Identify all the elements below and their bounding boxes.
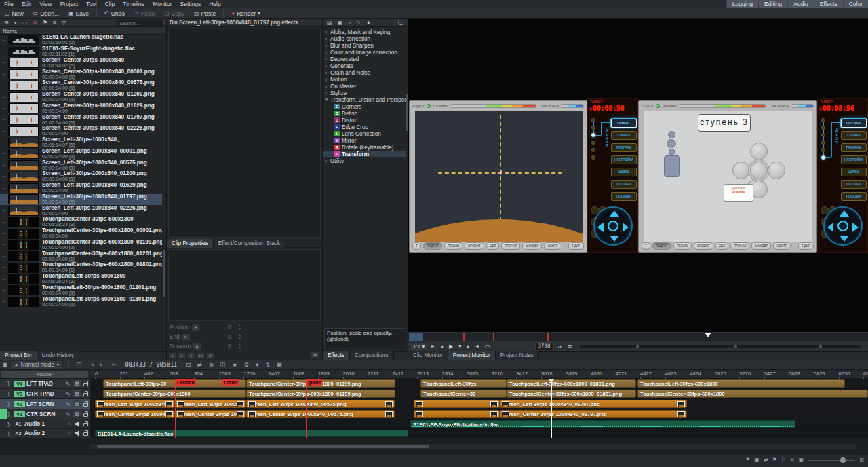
effect-category[interactable]: ›Motion [323,76,406,83]
timeline-clip[interactable]: TouchpanelCenter-30fps-600x1800_01801.pn… [507,390,636,398]
field-end-icon[interactable]: ▸ [182,334,190,340]
timeline-clip[interactable]: Screen_Center-30fps-1000x840_00575.png [246,410,395,418]
lock-icon[interactable] [83,383,88,386]
menu-help[interactable]: Help [205,1,224,7]
filter-icon[interactable]: ▽ [60,20,68,26]
chevron-right-icon[interactable]: › [326,57,330,62]
undo-button[interactable]: ↶Undo [100,8,130,19]
monitor-seek-bar[interactable] [408,332,868,341]
track-effects-icon[interactable]: ✎ [66,421,73,427]
effect-category[interactable]: ›Grain and Noise [323,69,406,76]
effect-category[interactable]: ›Blur and Sharpen [323,42,406,49]
workspace-audio[interactable]: Audio [787,0,814,8]
chevron-right-icon[interactable]: ❯ [7,431,12,436]
workspace-effects[interactable]: Effects [814,0,843,8]
menu-view[interactable]: View [35,1,56,7]
chevron-right-icon[interactable]: › [326,159,330,164]
timeline-clip[interactable]: Screen_Left-30fps-1000x840_00575.png [246,400,395,408]
field-duration-spinner[interactable]: ▴▾ [239,343,241,350]
monitor-zoom-slider[interactable] [580,345,861,348]
field-duration-icon[interactable]: ▲ [193,343,201,350]
monitor-position-field[interactable]: 3788 [535,342,554,350]
chevron-right-icon[interactable]: ❯ [7,391,12,396]
menu-clip[interactable]: Clip [101,1,119,7]
timeline-clip[interactable]: Screen_Left-30fps-1000x [175,400,246,408]
bin-item[interactable]: Screen_Left-30fps-1000x840_02226.png00:0… [0,205,162,217]
effect-item[interactable]: MMirror [323,137,406,144]
track-badge[interactable]: V3 [14,391,25,397]
active-track-indicator[interactable] [0,409,7,419]
effect-item[interactable]: RRotate (keyframable) [323,144,406,151]
workspace-editing[interactable]: Editing [758,0,787,8]
track-name[interactable]: LFT TPAD [26,381,63,387]
track-badge[interactable]: V1 [14,411,25,417]
mute-icon[interactable]: ✕ [790,457,795,463]
effect-category[interactable]: ›Generate [323,62,406,69]
show-all-icon[interactable]: ★ [364,20,373,26]
bin-item[interactable]: TouchpanelCenter-30fps-600x1800_01801.pn… [0,262,162,274]
composite-icon[interactable]: ▤ [73,411,81,417]
track-effects-icon[interactable]: ✎ [64,391,72,397]
chevron-right-icon[interactable]: ❯ [7,422,12,427]
chevron-right-icon[interactable]: ❯ [7,401,12,407]
zone-end-icon[interactable]: ⇥ [473,343,481,350]
monitor-zoom-select[interactable]: 1:1 ▾ [411,343,427,350]
field-end-value[interactable]: 0 [228,334,231,340]
field-position-value[interactable]: 0 [228,324,231,331]
props-tab-effect-composition-stack[interactable]: Effect/Composition Stack [214,239,285,248]
effect-item[interactable]: DDefish [323,110,406,117]
seek-playhead[interactable] [705,333,711,337]
guide-label[interactable]: Liftoff [222,379,239,386]
zoom-slider-handle[interactable] [840,457,846,463]
fx-tab-effects[interactable]: Effects [323,351,350,360]
timeline-guide[interactable] [222,379,222,438]
bin-scrollbar[interactable] [163,250,165,297]
render-button[interactable]: ●Render▾ [226,8,265,19]
bin-item[interactable]: ▃▆▂▇▅▂▆▃S1E01-SF-SoyuzFlight-diagetic.fl… [0,46,162,58]
bin-item[interactable]: ▃▆▂▇▅▂▆▃S1E01-LA-Launch-diagetic.flac00:… [0,35,162,46]
bin-item[interactable]: TouchpanelCenter-30fps-600x1800_00:01:28… [0,217,162,228]
effect-item[interactable]: CCorners [323,103,406,110]
snap-icon[interactable]: ⋒ [207,361,216,368]
bin-item[interactable]: Screen_Center-30fps-1000x840_02226.png00… [0,126,162,137]
chevron-right-icon[interactable]: › [326,91,330,96]
field-position-icon[interactable]: ▸ [192,324,199,331]
track-effects-icon[interactable]: ✎ [66,430,73,436]
bin-item[interactable]: Screen_Center-30fps-1000x840_01797.png00… [0,114,162,126]
create-folder-icon[interactable]: ▭ [20,20,30,26]
bin-item[interactable]: Screen_Center-30fps-1000x840_01200.png00… [0,92,162,103]
track-header-a2[interactable]: ❯A2Audio 2✎ [0,429,90,438]
menu-timeline[interactable]: Timeline [119,1,149,7]
menu-monitor[interactable]: Monitor [149,1,176,7]
next-keyframe-icon[interactable]: › [178,352,186,359]
field-duration-value[interactable]: 0 [228,343,231,350]
bin-item[interactable]: Screen_Center-30fps-1000x840_00575.png00… [0,80,162,92]
timeline-clip[interactable]: TouchpanelCenter-30fps-600x1800 [637,390,868,398]
field-position-spinner[interactable]: ▴▾ [239,324,241,331]
track-name[interactable]: LFT SCRN [26,401,63,407]
guide-label[interactable]: Launch [176,379,196,386]
effect-item[interactable]: LLens Correction [323,130,406,137]
effect-item[interactable]: DDistort [323,117,406,124]
settings-icon[interactable]: ⚙ [242,361,251,368]
chevron-right-icon[interactable]: › [326,71,330,75]
menu-settings[interactable]: Settings [176,1,205,7]
audio-effects-icon[interactable]: ♪ [346,20,353,26]
timeline-guide[interactable] [175,379,176,438]
menu-tool[interactable]: Tool [82,1,101,7]
bin-item[interactable]: Screen_Left-30fps-1000x840_01797.png00:0… [0,194,162,206]
track-effects-icon[interactable]: ✎ [64,381,72,387]
bin-item[interactable]: Screen_Left-30fps-1000x840_00:01:14:07 [… [0,137,162,149]
view-list-icon[interactable]: ▤ [325,20,334,26]
track-header-v4[interactable]: ❯V4LFT TPAD✎▤ [0,379,90,389]
zoom-fit-icon[interactable]: ▣ [799,457,804,463]
chevron-right-icon[interactable]: › [326,50,330,55]
favorite-icon[interactable]: ★ [231,361,239,368]
effect-item[interactable]: TTransform [323,151,406,157]
effect-category[interactable]: ›Audio correction [323,35,406,42]
timeline-clip[interactable]: TouchpanelCenter-30fps-600x1800_01199.pn… [246,390,395,398]
track-effects-icon[interactable]: ✎ [64,411,72,417]
loop-zone-icon[interactable]: ▭ [484,343,492,350]
timeline-clip[interactable]: TouchpanelLeft-30fps [420,379,507,388]
insert-icon[interactable]: ⇥ [87,361,96,368]
